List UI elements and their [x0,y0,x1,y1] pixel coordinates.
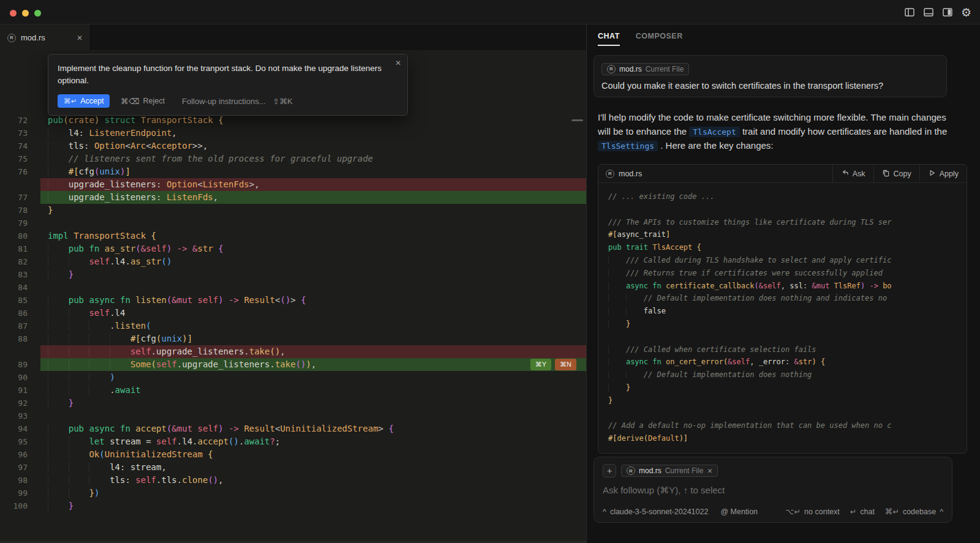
action-label: Ask [853,170,865,178]
chat-tabs: CHATCOMPOSER [598,32,683,46]
code-line[interactable]: 76 #[cfg(unix)] [0,165,586,178]
line-number: 97 [0,461,40,474]
line-number: 75 [0,152,40,165]
diff-added-line[interactable]: 89 Some(self.upgrade_listeners.take()),⌘… [0,358,586,371]
code-line[interactable]: 73 l4: ListenerEndpoint, [0,127,586,140]
zoom-window-button[interactable] [34,10,41,17]
accept-button[interactable]: ⌘↵ Accept [58,94,110,108]
code-line[interactable]: 79 [0,217,586,230]
reject-label: Reject [143,97,165,105]
code-line[interactable]: 91 .await [0,384,586,397]
code-line: // Default implementation does nothing [608,369,957,381]
line-number: 100 [0,500,40,512]
code-text: ) [40,371,586,384]
code-text: }) [40,487,586,500]
code-line[interactable]: 90 ) [0,371,586,384]
code-line[interactable]: 100 } [0,500,586,512]
code-line[interactable]: 84 [0,281,586,294]
code-text: #[cfg(unix)] [40,332,586,345]
diff-added-line[interactable]: 77 upgrade_listeners: ListenFds, [0,191,586,204]
code-line[interactable]: 72pub(crate) struct TransportStack { [0,114,586,127]
codebase-hint[interactable]: ⌘↵codebase^ [885,507,943,516]
code-line: // ... existing code ... [608,190,957,203]
code-editor[interactable]: 72pub(crate) struct TransportStack {73 l… [0,51,586,543]
no-context-hint[interactable]: ⌥↵no context [785,507,840,516]
settings-gear-icon[interactable]: ⚙ [961,7,971,18]
code-text [40,281,586,294]
tab-close-icon[interactable]: ✕ [77,34,83,42]
code-text: tls: Option<Arc<Acceptor>>, [40,140,586,152]
tab-composer[interactable]: COMPOSER [636,32,683,46]
code-line[interactable]: 93 [0,410,586,422]
code-line[interactable]: 82 self.l4.as_str() [0,255,586,268]
add-context-button[interactable]: + [603,464,616,477]
scrollbar-thumb[interactable] [571,119,583,121]
context-file-chip[interactable]: R mod.rs Current File [601,63,689,75]
chevron-icon: ^ [940,507,943,516]
code-line[interactable]: 97 l4: stream, [0,461,586,474]
chip-close-icon[interactable]: ✕ [707,467,712,474]
layout-panel-bottom-icon[interactable] [923,7,934,18]
model-selector[interactable]: ^ claude-3-5-sonnet-20241022 [603,507,708,516]
layout-panel-right-icon[interactable] [942,7,953,18]
ask-button[interactable]: Ask [832,165,873,182]
code-line[interactable]: 95 let stream = self.l4.accept().await?; [0,435,586,448]
code-line[interactable]: 94 pub async fn accept(&mut self) -> Res… [0,422,586,435]
action-label: Copy [894,170,911,178]
minimize-window-button[interactable] [22,10,29,17]
code-text: } [40,204,586,217]
line-number: 95 [0,435,40,448]
diff-accept-badge[interactable]: ⌘Y [530,359,551,370]
tab-chat[interactable]: CHAT [598,32,620,46]
code-line: false [608,305,957,318]
layout-columns-icon[interactable] [904,7,915,18]
rust-file-icon: R [606,170,614,178]
code-line[interactable]: 99 }) [0,487,586,500]
code-line[interactable]: 98 tls: self.tls.clone(), [0,474,586,487]
line-number: 82 [0,255,40,268]
code-text: l4: ListenerEndpoint, [40,127,586,140]
window-controls [10,10,41,17]
play-icon [928,169,936,179]
code-line[interactable]: 86 self.l4 [0,307,586,320]
code-line[interactable]: 87 .listen( [0,320,586,332]
followup-instructions[interactable]: Follow-up instructions... ⇧⌘K [182,97,293,106]
line-number: 76 [0,165,40,178]
code-line[interactable]: 74 tls: Option<Arc<Acceptor>>, [0,140,586,152]
accept-kbd: ⌘↵ [64,97,77,105]
tab-label: mod.rs [21,33,45,42]
code-line[interactable]: 78} [0,204,586,217]
line-number: 84 [0,281,40,294]
code-line[interactable]: 81 pub fn as_str(&self) -> &str { [0,242,586,255]
diff-reject-badge[interactable]: ⌘N [555,359,576,370]
code-line: } [608,318,957,331]
line-number: 87 [0,320,40,332]
code-line[interactable]: 85 pub async fn listen(&mut self) -> Res… [0,294,586,307]
accept-label: Accept [80,97,104,105]
prompt-close-icon[interactable]: ✕ [395,59,401,67]
chat-input[interactable]: Ask followup (⌘Y), ↑ to select [603,485,943,496]
code-line[interactable]: 83 } [0,268,586,281]
copy-button[interactable]: Copy [873,165,919,182]
code-text: } [40,397,586,410]
code-line[interactable]: 88 #[cfg(unix)] [0,332,586,345]
apply-button[interactable]: Apply [919,165,967,182]
diff-deleted-line[interactable]: upgrade_listeners: Option<ListenFds>, [0,178,586,191]
reject-button[interactable]: ⌘⌫ Reject [121,97,165,106]
input-context-chip[interactable]: R mod.rs Current File ✕ [621,465,718,477]
tab-mod-rs[interactable]: R mod.rs ✕ [0,24,91,51]
code-line[interactable]: 75 // listeners sent from the old proces… [0,152,586,165]
code-text: pub(crate) struct TransportStack { [40,114,586,127]
code-line[interactable]: 96 Ok(UninitializedStream { [0,448,586,461]
submit-hints: ⌥↵no context↵chat⌘↵codebase^ [785,507,943,516]
close-window-button[interactable] [10,10,17,17]
code-text: upgrade_listeners: Option<ListenFds>, [40,178,586,191]
titlebar-actions: ⚙ [904,0,971,24]
chat-hint[interactable]: ↵chat [850,507,875,516]
mention-button[interactable]: @ Mention [720,507,758,516]
app-window: ⚙ R mod.rs ✕ 72pub(crate) struct Transpo… [0,0,980,543]
diff-deleted-line[interactable]: self.upgrade_listeners.take(), [0,345,586,358]
code-line[interactable]: 80impl TransportStack { [0,230,586,242]
code-line[interactable]: 92 } [0,397,586,410]
code-text: self.l4.as_str() [40,255,586,268]
